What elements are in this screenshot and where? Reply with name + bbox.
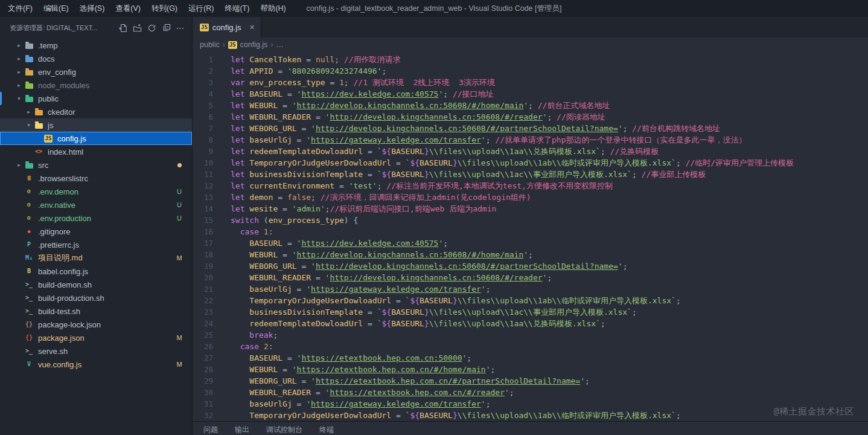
code-line[interactable]: 12let currentEnvironment = 'test'; //标注当…: [193, 180, 868, 192]
line-number: 7: [193, 123, 213, 134]
line-number: 32: [193, 410, 213, 421]
code-line-content: WEBURL = 'http://develop.kingchannels.cn…: [213, 249, 533, 260]
breadcrumb-item[interactable]: …: [276, 40, 284, 49]
tree-item-label: build-production.sh: [38, 294, 185, 303]
tree-item[interactable]: {}package.jsonM: [0, 331, 192, 344]
code-line[interactable]: 10let TemporaryOrJudgeUserDowloadUrl = `…: [193, 157, 868, 169]
code-line[interactable]: 9let redeemTemplateDowloadUrl = `${BASEU…: [193, 146, 868, 157]
code-line[interactable]: 29 WEBORG_URL = 'https://etextbook.hep.c…: [193, 375, 868, 387]
code-line[interactable]: 13let demon = false; //演示环境，回调回来记得加上admi…: [193, 192, 868, 203]
tree-item[interactable]: >_build-demon.sh: [0, 278, 192, 291]
tree-item[interactable]: ⚙.env.productionU: [0, 211, 192, 225]
tree-item[interactable]: ▸env_config: [0, 65, 192, 79]
close-icon[interactable]: ×: [250, 22, 255, 32]
breadcrumb-item[interactable]: public: [200, 40, 220, 49]
tree-item[interactable]: ⚙.env.demonU: [0, 185, 192, 198]
code-line[interactable]: 6let WEBURL_READER = 'http://develop.kin…: [193, 111, 868, 123]
line-number: 26: [193, 341, 213, 352]
tree-item[interactable]: ▾public: [0, 92, 192, 105]
tree-item[interactable]: ▸ckeditor: [0, 105, 192, 118]
code-line[interactable]: 25 break;: [193, 329, 868, 341]
code-line[interactable]: 30 WEBURL_READER = 'https://etextbook.he…: [193, 387, 868, 398]
tab-config-js[interactable]: JS config.js ×: [193, 17, 261, 37]
code-line[interactable]: 17 BASEURL = 'https://dev.keledge.com:40…: [193, 237, 868, 249]
panel-tab[interactable]: 问题: [203, 422, 218, 435]
code-line[interactable]: 7let WEBORG_URL = 'http://develop.kingch…: [193, 123, 868, 134]
menubar-item[interactable]: 帮助(H): [255, 0, 291, 17]
tree-item[interactable]: ◆.gitignore: [0, 225, 192, 238]
menubar-item[interactable]: 终端(T): [219, 0, 255, 17]
new-file-icon[interactable]: [116, 21, 129, 34]
menubar-item[interactable]: 选择(S): [74, 0, 110, 17]
tree-item[interactable]: JSconfig.js: [0, 132, 192, 145]
code-line-content: WEBURL_READER = 'https://etextbook.hep.c…: [213, 387, 514, 398]
panel-tab[interactable]: 终端: [319, 422, 334, 435]
tree-item[interactable]: M↓项目说明.mdM: [0, 251, 192, 265]
code-line[interactable]: 3var env_process_type = 1; //1 测试环境 2线上环…: [193, 77, 868, 88]
tree-item[interactable]: Vvue.config.jsM: [0, 358, 192, 371]
menubar-item[interactable]: 文件(F): [2, 0, 38, 17]
code-line[interactable]: 27 BASEURL = 'https://etextbook.hep.com.…: [193, 352, 868, 364]
more-actions-icon[interactable]: ⋯: [174, 21, 187, 34]
code-line[interactable]: 11let businessDivisionTemplate = `${BASE…: [193, 169, 868, 180]
folder-icon: [25, 163, 33, 169]
tree-item[interactable]: >_build-test.sh: [0, 304, 192, 318]
code-line[interactable]: 8let baseUrlGj = 'https://gateway.keledg…: [193, 134, 868, 146]
code-line[interactable]: 5let WEBURL = 'http://develop.kingchanne…: [193, 100, 868, 111]
tree-item[interactable]: ▸src: [0, 158, 192, 172]
tree-item[interactable]: ≣.browserslistrc: [0, 172, 192, 185]
code-line[interactable]: 15switch (env_process_type) {: [193, 214, 868, 226]
menubar-item[interactable]: 运行(R): [183, 0, 219, 17]
tree-item[interactable]: <>index.html: [0, 145, 192, 158]
code-line[interactable]: 21 baseUrlGj = 'https://gateway.keledge.…: [193, 283, 868, 295]
code-line[interactable]: 2let APPID = '880268092423274496';: [193, 65, 868, 77]
code-line[interactable]: 28 WEBURL = 'https://etextbook.hep.com.c…: [193, 364, 868, 375]
refresh-icon[interactable]: [145, 21, 158, 34]
panel-tab[interactable]: 调试控制台: [266, 422, 302, 435]
code-line[interactable]: 26 case 2:: [193, 341, 868, 352]
code-line[interactable]: 18 WEBURL = 'http://develop.kingchannels…: [193, 249, 868, 260]
chevron-right-icon: ›: [270, 40, 273, 49]
code-line-content: let WEBURL = 'http://develop.kingchannel…: [213, 100, 610, 111]
code-line[interactable]: 1let CancelToken = null; //用作取消请求: [193, 54, 868, 65]
code-line[interactable]: 14let wesite = 'admin';//标识前后端访问接口,前端web…: [193, 203, 868, 214]
menubar-item[interactable]: 查看(V): [110, 0, 146, 17]
tree-item[interactable]: P.prettierrc.js: [0, 238, 192, 251]
line-number: 30: [193, 387, 213, 398]
code-editor[interactable]: 1let CancelToken = null; //用作取消请求2let AP…: [193, 52, 868, 421]
tree-item-icon-cell: >_: [24, 294, 34, 302]
new-folder-icon[interactable]: [130, 21, 144, 34]
code-line[interactable]: 31 baseUrlGj = 'https://gateway.keledge.…: [193, 398, 868, 410]
code-line[interactable]: 20 WEBURL_READER = 'http://develop.kingc…: [193, 272, 868, 283]
list-icon: ≣: [27, 174, 31, 182]
tree-item[interactable]: >_serve.sh: [0, 344, 192, 358]
code-line[interactable]: 32 TemporaryOrJudgeUserDowloadUrl = `${B…: [193, 410, 868, 421]
menubar-item[interactable]: 编辑(E): [38, 0, 74, 17]
tree-item[interactable]: ▸node_modules: [0, 79, 192, 92]
tree-item-icon-cell: [24, 162, 34, 169]
git-status-badge: M: [174, 361, 185, 368]
tree-item[interactable]: ▸.temp: [0, 39, 192, 52]
tree-item[interactable]: ⚙.env.nativeU: [0, 198, 192, 211]
code-line[interactable]: 23 businessDivisionTemplate = `${BASEURL…: [193, 306, 868, 318]
tree-item[interactable]: >_build-production.sh: [0, 291, 192, 304]
code-line[interactable]: 4let BASEURL = 'https://dev.keledge.com:…: [193, 88, 868, 100]
tree-item[interactable]: ▸docs: [0, 52, 192, 65]
code-line[interactable]: 22 TemporaryOrJudgeUserDowloadUrl = `${B…: [193, 295, 868, 306]
tree-item[interactable]: {}package-lock.json: [0, 318, 192, 331]
code-line[interactable]: 24 redeemTemplateDowloadUrl = `${BASEURL…: [193, 318, 868, 329]
line-number: 8: [193, 134, 213, 146]
breadcrumb-item[interactable]: JSconfig.js: [228, 40, 268, 49]
code-line[interactable]: 16 case 1:: [193, 226, 868, 237]
tree-item-label: node_modules: [38, 81, 185, 90]
line-number: 29: [193, 375, 213, 387]
code-line-content: let TemporaryOrJudgeUserDowloadUrl = `${…: [213, 157, 794, 169]
chevron-down-icon: ▾: [24, 122, 33, 128]
panel-tab[interactable]: 输出: [235, 422, 249, 435]
collapse-folders-icon[interactable]: [159, 21, 173, 34]
tree-item[interactable]: Bbabel.config.js: [0, 265, 192, 278]
menubar-item[interactable]: 转到(G): [146, 0, 183, 17]
code-line[interactable]: 19 WEBORG_URL = 'http://develop.kingchan…: [193, 260, 868, 272]
code-line-content: BASEURL = 'https://dev.keledge.com:40575…: [213, 237, 448, 249]
tree-item[interactable]: ▾js: [0, 118, 192, 132]
